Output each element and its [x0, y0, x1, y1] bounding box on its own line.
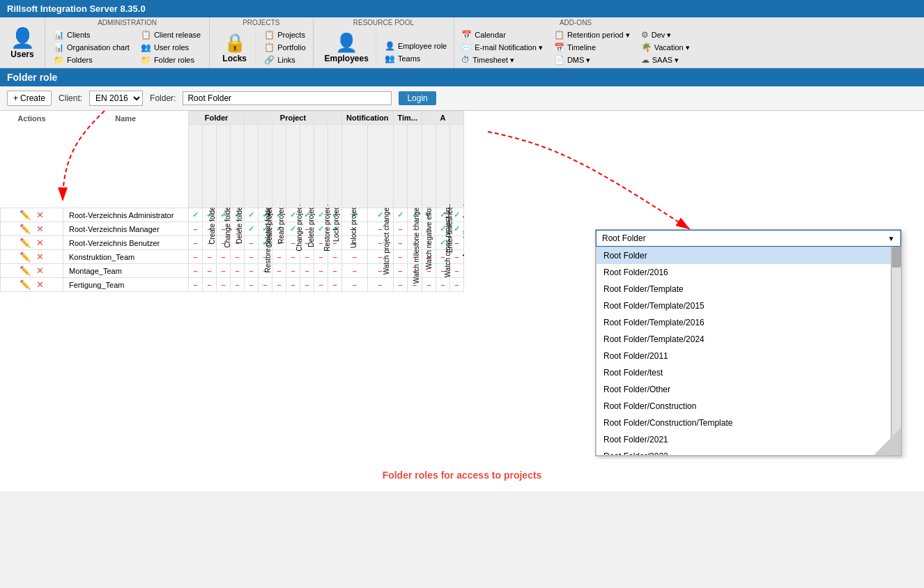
dropdown-item[interactable]: Root Folder/2021 — [596, 431, 891, 448]
dropdown-item[interactable]: Root Folder/test — [596, 364, 891, 381]
email-notification-item[interactable]: ✉️ E-mail Notification ▾ — [459, 42, 546, 53]
name-cell: Root-Verzeichnis Benutzer — [63, 236, 189, 250]
organisation-chart-item[interactable]: 📊 Organisation chart — [51, 42, 132, 53]
delete-icon[interactable]: ✕ — [36, 224, 44, 234]
edit-icon[interactable]: ✏️ — [20, 224, 31, 234]
saas-item[interactable]: ☁ SAAS ▾ — [638, 54, 693, 65]
permission-cell: – — [342, 250, 368, 264]
table-wrapper: Actions Name Folder Project Notification… — [0, 111, 464, 459]
locks-item[interactable]: 🔒 Locks — [214, 29, 256, 66]
login-button[interactable]: Login — [399, 91, 436, 105]
permission-cell: – — [393, 264, 408, 278]
user-roles-item[interactable]: 👥 User roles — [138, 42, 203, 53]
dropdown-item[interactable]: Root Folder/Other — [596, 381, 891, 398]
dropdown-item[interactable]: Root Folder/Construction — [596, 398, 891, 415]
edit-icon[interactable]: ✏️ — [20, 265, 31, 276]
client-release-item[interactable]: 📋 Client release — [138, 29, 203, 40]
col-create-folder: Create folder — [189, 125, 203, 208]
dropdown-item[interactable]: Root Folder/2011 — [596, 348, 891, 364]
addons-col2: 📋 Retention period ▾ 📅 Timeline 📄 DMS ▾ — [551, 29, 633, 65]
projects-item[interactable]: 📋 Projects — [261, 29, 308, 40]
edit-icon[interactable]: ✏️ — [20, 279, 31, 290]
employees-item[interactable]: 👤 Employees — [318, 29, 376, 66]
delete-icon[interactable]: ✕ — [36, 210, 44, 220]
permission-cell: – — [245, 264, 259, 278]
dropdown-arrow-icon[interactable]: ▼ — [888, 235, 895, 242]
dropdown-header: Root Folder ▼ — [596, 230, 901, 247]
permission-cell: – — [328, 278, 342, 292]
users-icon: 👤 — [10, 26, 35, 49]
bottom-note: Folder roles for access to projects — [0, 459, 924, 491]
folder-dropdown[interactable]: Root Folder ▼ Root FolderRoot Folder/201… — [595, 229, 902, 456]
delete-icon[interactable]: ✕ — [36, 238, 44, 248]
permission-cell: – — [217, 278, 231, 292]
timesheet-item[interactable]: ⏱ Timesheet ▾ — [459, 54, 546, 65]
dms-icon: 📄 — [554, 55, 564, 65]
dropdown-item[interactable]: Root Folder/Template/2016 — [596, 314, 891, 331]
folder-roles-item[interactable]: 📁 Folder roles — [138, 54, 203, 65]
timeline-item[interactable]: 📅 Timeline — [551, 42, 633, 53]
permission-cell: – — [245, 278, 259, 292]
permission-cell: – — [450, 264, 464, 278]
employee-role-item[interactable]: 👤 Employee role — [382, 40, 449, 52]
retention-label: Retention period ▾ — [567, 31, 630, 40]
dropdown-item[interactable]: Root Folder/2022 — [596, 448, 891, 456]
actions-cell: ✏️ ✕ — [1, 264, 63, 278]
organisation-chart-label: Organisation chart — [67, 43, 130, 52]
permission-cell: – — [217, 264, 231, 278]
vacation-item[interactable]: 🌴 Vacation ▾ — [638, 42, 693, 53]
email-notification-label: E-mail Notification ▾ — [475, 43, 543, 52]
teams-item[interactable]: 👥 Teams — [382, 53, 449, 64]
col-watch-project-changes: Watch project changes — [342, 125, 368, 208]
retention-period-item[interactable]: 📋 Retention period ▾ — [551, 29, 633, 40]
dropdown-item[interactable]: Root Folder/2016 — [596, 264, 891, 281]
email-icon: ✉️ — [461, 42, 472, 52]
edit-icon[interactable]: ✏️ — [20, 238, 31, 248]
dropdown-item[interactable]: Root Folder/Construction/Template — [596, 415, 891, 431]
create-button[interactable]: + Create — [7, 91, 52, 106]
delete-icon[interactable]: ✕ — [36, 279, 44, 290]
addons-col3: ⚙ Dev ▾ 🌴 Vacation ▾ ☁ SAAS ▾ — [638, 29, 693, 65]
links-item[interactable]: 🔗 Links — [261, 54, 308, 65]
edit-icon[interactable]: ✏️ — [20, 210, 31, 220]
permission-cell: – — [314, 278, 328, 292]
user-roles-icon: 👥 — [141, 42, 151, 52]
folder-input[interactable] — [183, 91, 392, 105]
actions-cell: ✏️ ✕ — [1, 208, 63, 222]
timesheet-icon: ⏱ — [461, 55, 470, 65]
dropdown-scrollbar[interactable] — [891, 247, 901, 456]
delete-icon[interactable]: ✕ — [36, 252, 44, 262]
name-cell: Montage_Team — [63, 264, 189, 278]
toolbar: + Create Client: EN 2016 EN 2017 EN 2018… — [0, 86, 924, 111]
col-watch-cross: Watch cross project link — [408, 125, 422, 208]
permission-cell: – — [450, 278, 464, 292]
addons-section: ADD-ONS 📅 Calendar ✉️ E-mail Notificatio… — [454, 17, 697, 68]
dev-item[interactable]: ⚙ Dev ▾ — [638, 29, 693, 40]
dropdown-item[interactable]: Root Folder/Template — [596, 281, 891, 297]
edit-icon[interactable]: ✏️ — [20, 252, 31, 262]
saas-icon: ☁ — [641, 55, 649, 65]
calendar-item[interactable]: 📅 Calendar — [459, 29, 546, 40]
dropdown-item[interactable]: Root Folder — [596, 247, 891, 264]
permission-cell: – — [203, 264, 217, 278]
users-nav-item[interactable]: 👤 Users — [0, 17, 45, 68]
ribbon: 👤 Users ADMINISTRATION 📊 Clients 📊 Organ… — [0, 17, 924, 68]
delete-icon[interactable]: ✕ — [36, 265, 44, 276]
folders-item[interactable]: 📁 Folders — [51, 54, 132, 65]
permission-cell: – — [231, 250, 245, 264]
col-enter-timesheet: Enter timesheet — [422, 125, 436, 208]
portfolio-item[interactable]: 📋 Portfolio — [261, 42, 308, 53]
table-row: ✏️ ✕ Konstruktion_Team–––––––––––––––––– — [1, 250, 464, 264]
permission-cell: – — [189, 264, 203, 278]
dropdown-item[interactable]: Root Folder/Template/2015 — [596, 297, 891, 314]
portfolio-label: Portfolio — [277, 43, 305, 52]
dropdown-item[interactable]: Root Folder/Template/2024 — [596, 331, 891, 348]
dropdown-selected-value: Root Folder — [602, 233, 646, 243]
client-select[interactable]: EN 2016 EN 2017 EN 2018 — [89, 91, 143, 106]
portfolio-icon: 📋 — [264, 42, 275, 52]
page-header: Folder role — [0, 68, 924, 86]
dropdown-list[interactable]: Root FolderRoot Folder/2016Root Folder/T… — [596, 247, 891, 456]
vacation-label: Vacation ▾ — [654, 43, 690, 52]
dms-item[interactable]: 📄 DMS ▾ — [551, 54, 633, 65]
clients-item[interactable]: 📊 Clients — [51, 29, 132, 40]
